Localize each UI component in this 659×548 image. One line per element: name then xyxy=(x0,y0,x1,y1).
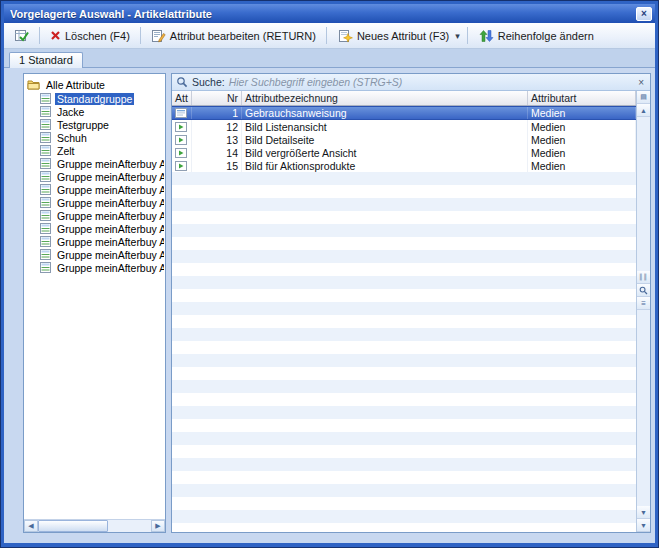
page-down-icon[interactable]: ▼ xyxy=(637,519,650,532)
new-attribute-button[interactable]: Neues Attribut (F3) xyxy=(331,26,455,46)
attribute-grid-panel: Suche: Hier Suchbegriff eingeben (STRG+S… xyxy=(171,73,651,533)
rail-tool-cluster: ∥∥ ≡ xyxy=(637,271,650,310)
attribute-list-icon xyxy=(40,171,51,182)
search-icon xyxy=(176,76,188,88)
scroll-down-icon[interactable]: ▼ xyxy=(637,506,650,519)
content-area: Alle Attribute Standardgruppe Jacke Test… xyxy=(4,68,655,543)
edit-attribute-button-label: Attribut bearbeiten (RETURN) xyxy=(170,30,316,42)
folder-open-icon xyxy=(27,79,40,90)
column-header-nr[interactable]: Nr xyxy=(192,91,242,105)
tab-standard[interactable]: 1 Standard xyxy=(9,52,83,68)
tree-item-art00074[interactable]: Gruppe meinAfterbuy ART00074 xyxy=(40,170,164,183)
search-label: Suche: xyxy=(192,76,225,88)
edit-attribute-button[interactable]: Attribut bearbeiten (RETURN) xyxy=(145,26,322,46)
tree-item-label: Standardgruppe xyxy=(55,93,134,105)
media-icon xyxy=(172,146,192,159)
tree-horizontal-scrollbar: ◀ ▶ xyxy=(24,519,165,532)
row-type: Medien xyxy=(528,120,636,133)
grid-header-row: Att Nr Attributbezeichnung Attributart xyxy=(172,91,636,106)
magnifier-icon[interactable] xyxy=(637,284,650,297)
new-attribute-button-label: Neues Attribut (F3) xyxy=(357,30,449,42)
column-header-attributbezeichnung[interactable]: Attributbezeichnung xyxy=(242,91,528,105)
row-nr: 1 xyxy=(192,107,242,119)
tree-item-art00075[interactable]: Gruppe meinAfterbuy ART00075 xyxy=(40,183,164,196)
manual-icon xyxy=(172,107,192,119)
toolbar-separator xyxy=(140,27,141,44)
window-body: Löschen (F4) Attribut bearbeiten (RETURN… xyxy=(4,23,655,543)
tree-item-jacke[interactable]: Jacke xyxy=(40,105,164,118)
column-chooser-icon[interactable]: ▤ xyxy=(637,91,650,104)
tree-item-label: Gruppe meinAfterbuy ART00079 xyxy=(55,223,164,235)
row-type: Medien xyxy=(528,133,636,146)
column-header-attributart[interactable]: Attributart xyxy=(528,91,636,105)
attribute-list-icon xyxy=(40,119,51,130)
attribute-list-icon xyxy=(40,236,51,247)
scrollbar-track-lower[interactable] xyxy=(637,310,650,506)
scroll-up-icon[interactable]: ▲ xyxy=(637,104,650,117)
tree-item-art00080[interactable]: Gruppe meinAfterbuy ART00080 xyxy=(40,235,164,248)
tree-item-label: Jacke xyxy=(55,106,86,118)
table-row[interactable]: 14 Bild vergrößerte Ansicht Medien xyxy=(172,146,636,159)
column-header-att[interactable]: Att xyxy=(172,91,192,105)
tree-item-zelt[interactable]: Zelt xyxy=(40,144,164,157)
scrollbar-track-upper[interactable] xyxy=(637,117,650,271)
table-row[interactable]: 15 Bild für Aktionsprodukte Medien xyxy=(172,159,636,172)
apply-button[interactable] xyxy=(8,25,35,46)
attribute-list-icon xyxy=(40,132,51,143)
table-row[interactable]: 12 Bild Listenansicht Medien xyxy=(172,120,636,133)
grid-check-icon xyxy=(14,28,29,43)
new-attribute-dropdown-button[interactable]: ▾ xyxy=(452,28,463,44)
tree-item-art00078[interactable]: Gruppe meinAfterbuy ART00078 xyxy=(40,209,164,222)
dialog-window: Vorgelagerte Auswahl - Artikelattribute … xyxy=(0,0,659,548)
tree-scrollbar-thumb[interactable] xyxy=(38,520,108,532)
tree-item-testgruppe[interactable]: Testgruppe xyxy=(40,118,164,131)
grip-icon[interactable]: ∥∥ xyxy=(637,271,650,284)
tree-item-label: Gruppe meinAfterbuy ART00078 xyxy=(55,210,164,222)
scroll-right-icon[interactable]: ▶ xyxy=(151,520,165,532)
tree-item-label: Zelt xyxy=(55,145,77,157)
row-nr: 13 xyxy=(192,133,242,146)
tree-item-label: Gruppe meinAfterbuy ART00074 xyxy=(55,171,164,183)
tree-item-art00073[interactable]: Gruppe meinAfterbuy ART00073 xyxy=(40,157,164,170)
tree-item-schuh[interactable]: Schuh xyxy=(40,131,164,144)
attribute-group-tree: Alle Attribute Standardgruppe Jacke Test… xyxy=(24,74,165,519)
attribute-group-tree-panel: Alle Attribute Standardgruppe Jacke Test… xyxy=(23,73,166,533)
window-title: Vorgelagerte Auswahl - Artikelattribute xyxy=(10,8,636,20)
row-name: Bild Detailseite xyxy=(242,133,528,146)
tree-item-standardgruppe[interactable]: Standardgruppe xyxy=(40,92,164,105)
tree-item-art00081[interactable]: Gruppe meinAfterbuy ART00081 xyxy=(40,248,164,261)
table-row[interactable]: 13 Bild Detailseite Medien xyxy=(172,133,636,146)
reorder-button[interactable]: Reihenfolge ändern xyxy=(472,26,600,46)
tree-scrollbar-track[interactable] xyxy=(38,520,151,532)
chevron-down-icon: ▾ xyxy=(455,31,460,41)
toolbar-separator xyxy=(39,27,40,44)
toolbar: Löschen (F4) Attribut bearbeiten (RETURN… xyxy=(4,23,655,49)
tree-item-label: Gruppe meinAfterbuy ART00075 xyxy=(55,184,164,196)
row-nr: 12 xyxy=(192,120,242,133)
new-star-icon xyxy=(337,29,353,43)
tree-item-art00079[interactable]: Gruppe meinAfterbuy ART00079 xyxy=(40,222,164,235)
delete-x-icon xyxy=(50,30,61,41)
scroll-left-icon[interactable]: ◀ xyxy=(24,520,38,532)
close-icon[interactable]: × xyxy=(636,7,652,21)
row-name: Gebrauchsanweisung xyxy=(242,107,528,119)
tree-item-label: Gruppe meinAfterbuy ART00076 xyxy=(55,197,164,209)
attribute-list-icon xyxy=(40,249,51,260)
attribute-list-icon xyxy=(40,197,51,208)
search-close-icon[interactable]: × xyxy=(635,77,647,88)
toolbar-separator xyxy=(467,27,468,44)
delete-button[interactable]: Löschen (F4) xyxy=(44,27,136,45)
grid-area: Att Nr Attributbezeichnung Attributart 1… xyxy=(172,91,650,532)
table-row[interactable]: 1 Gebrauchsanweisung Medien xyxy=(172,106,636,120)
tree-item-label: Testgruppe xyxy=(55,119,111,131)
tree-item-art00082[interactable]: Gruppe meinAfterbuy ART00082 xyxy=(40,261,164,274)
reorder-arrows-icon xyxy=(478,29,494,43)
list-lines-icon[interactable]: ≡ xyxy=(637,297,650,310)
tree-root-all-attributes[interactable]: Alle Attribute xyxy=(27,77,164,92)
search-input[interactable]: Hier Suchbegriff eingeben (STRG+S) xyxy=(229,76,631,88)
tree-item-label: Gruppe meinAfterbuy ART00080 xyxy=(55,236,164,248)
row-type: Medien xyxy=(528,159,636,172)
tree-item-label: Gruppe meinAfterbuy ART00081 xyxy=(55,249,164,261)
tree-item-art00076[interactable]: Gruppe meinAfterbuy ART00076 xyxy=(40,196,164,209)
media-icon xyxy=(172,159,192,172)
